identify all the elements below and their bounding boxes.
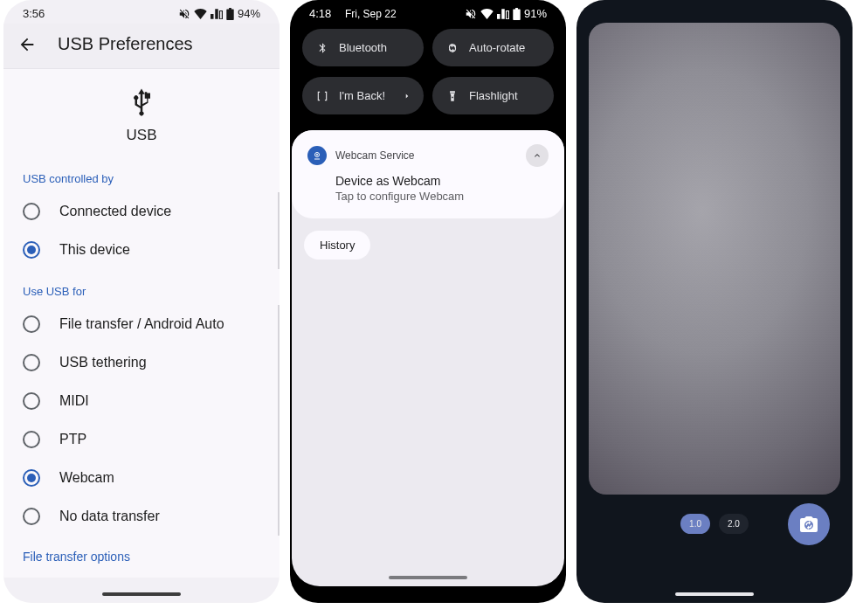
usb-icon [128,88,155,120]
phone-quick-settings: 4:18 Fri, Sep 22 91% BluetoothAuto-rotat… [290,0,566,603]
radio-icon [23,241,40,259]
use-option[interactable]: PTP [3,420,278,459]
wifi-icon [480,9,494,19]
status-icons: 91% [465,7,547,20]
wifi-icon [194,9,207,19]
bluetooth-icon [316,42,328,54]
camera-preview[interactable] [589,23,840,495]
use-label: USB tethering [59,355,147,370]
qs-tile-rotate[interactable]: Auto-rotate [432,29,554,66]
usb-hero-label: USB [127,127,157,144]
qs-row-1: BluetoothAuto-rotate [290,24,566,72]
zoom-chip[interactable]: 1.0 [680,514,710,534]
switch-camera-icon [798,514,819,535]
status-battery: 94% [238,7,260,20]
notification-area: Webcam Service Device as Webcam Tap to c… [292,130,564,586]
qs-tile-label: I'm Back! [339,89,385,102]
qs-tile-flashlight[interactable]: Flashlight [432,77,554,114]
phone-usb-preferences: 3:56 94% USB Preferences USB USB control… [3,0,280,603]
status-time: 4:18 [309,7,331,20]
use-option[interactable]: No data transfer [3,497,278,536]
svg-point-1 [316,154,318,156]
zoom-chips: 1.02.0 [680,514,749,534]
nav-pill[interactable] [389,576,467,579]
switch-camera-button[interactable] [788,503,830,545]
status-bar: 3:56 94% [3,0,280,24]
battery-icon [226,8,234,20]
notification-body: Device as Webcam Tap to configure Webcam [307,174,549,203]
page-title: USB Preferences [58,34,193,54]
notification-app-name: Webcam Service [335,149,414,162]
collapse-button[interactable] [526,144,549,167]
use-options: File transfer / Android AutoUSB tetherin… [3,305,280,536]
qs-tile-label: Bluetooth [339,41,387,54]
radio-icon [23,315,40,333]
controlled-label: This device [59,242,130,258]
use-option[interactable]: USB tethering [3,343,278,382]
signal-icon [497,9,509,19]
status-time: 3:56 [23,7,45,20]
file-transfer-options-link[interactable]: File transfer options [3,536,280,578]
qs-tile-bluetooth[interactable]: Bluetooth [302,29,424,66]
radio-icon [23,354,40,371]
rotate-icon [446,42,459,54]
nav-pill[interactable] [675,592,754,596]
status-bar: 4:18 Fri, Sep 22 91% [290,0,566,24]
use-label: MIDI [59,393,89,409]
camera-controls: 1.02.0 [576,495,853,553]
qs-tile-bracket[interactable]: I'm Back! [302,77,424,114]
header: USB Preferences [3,24,280,69]
notification-card[interactable]: Webcam Service Device as Webcam Tap to c… [292,130,564,218]
usb-hero: USB [3,69,280,156]
use-label: Webcam [59,470,114,486]
radio-icon [23,508,40,525]
status-battery: 91% [524,7,547,20]
use-option[interactable]: MIDI [3,382,278,420]
qs-tile-label: Auto-rotate [469,41,525,54]
mute-icon [178,8,190,20]
section-controlled-by: USB controlled by [3,156,280,192]
status-icons: 94% [178,7,260,20]
back-icon[interactable] [17,35,37,54]
controlled-options: Connected deviceThis device [3,192,280,269]
use-option[interactable]: Webcam [3,459,278,497]
controlled-option[interactable]: Connected device [3,192,278,231]
controlled-option[interactable]: This device [3,231,278,269]
notification-title: Device as Webcam [335,174,549,188]
chevron-up-icon [532,150,542,161]
use-label: No data transfer [59,509,160,524]
use-label: PTP [59,432,86,447]
zoom-chip[interactable]: 2.0 [719,514,749,534]
radio-icon [23,431,40,448]
radio-icon [23,469,40,487]
battery-icon [513,8,521,20]
history-chip[interactable]: History [304,231,370,260]
signal-icon [211,9,223,19]
notification-subtitle: Tap to configure Webcam [335,190,549,203]
use-option[interactable]: File transfer / Android Auto [3,305,278,343]
chevron-right-icon [403,92,411,100]
controlled-label: Connected device [59,204,171,219]
section-use-for: Use USB for [3,269,280,305]
nav-pill[interactable] [102,592,181,596]
qs-row-2: I'm Back!Flashlight [290,72,566,120]
radio-icon [23,203,40,220]
flashlight-icon [446,90,459,102]
use-label: File transfer / Android Auto [59,316,224,332]
webcam-app-icon [307,146,327,165]
phone-webcam-preview: 1.02.0 [576,0,853,603]
status-date: Fri, Sep 22 [345,8,397,20]
radio-icon [23,392,40,410]
qs-tile-label: Flashlight [469,89,518,102]
notification-header: Webcam Service [307,144,549,167]
bracket-icon [316,90,328,102]
mute-icon [465,8,477,20]
